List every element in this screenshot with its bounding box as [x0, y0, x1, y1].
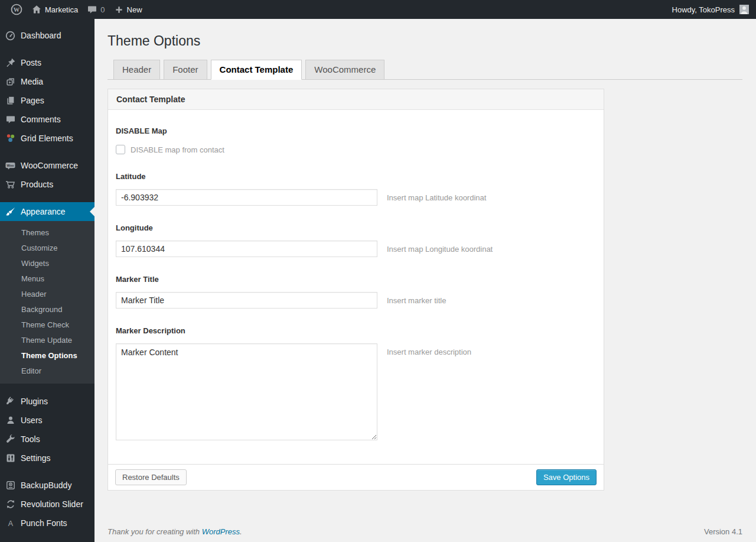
submenu-item-background[interactable]: Background [0, 302, 94, 317]
disable-map-row: DISABLE map from contact [116, 145, 595, 154]
submenu-item-theme-check[interactable]: Theme Check [0, 317, 94, 333]
longitude-label: Longitude [116, 223, 595, 232]
submenu-item-editor[interactable]: Editor [0, 364, 94, 379]
submenu-item-theme-options[interactable]: Theme Options [0, 348, 94, 364]
sidebar-item-users[interactable]: Users [0, 411, 94, 430]
sidebar-item-products[interactable]: Products [0, 175, 94, 194]
grid-elements-icon [0, 134, 21, 143]
sidebar-item-posts[interactable]: Posts [0, 53, 94, 72]
marker-title-row: Insert marker title [116, 292, 595, 309]
submenu-item-widgets[interactable]: Widgets [0, 256, 94, 271]
sidebar-item-backupbuddy[interactable]: BackupBuddy [0, 476, 94, 495]
latitude-row: Insert map Latitude koordinat [116, 189, 595, 206]
svg-text:W: W [14, 7, 20, 13]
disable-map-checkbox-label: DISABLE map from contact [131, 145, 224, 154]
account-menu[interactable]: Howdy, TokoPress [672, 5, 749, 14]
wordpress-logo-icon: W [11, 4, 22, 15]
submenu-item-theme-update[interactable]: Theme Update [0, 333, 94, 348]
wordpress-link[interactable]: WordPress [202, 527, 240, 536]
sidebar-item-plugins[interactable]: Plugins [0, 392, 94, 411]
sidebar-item-grid-elements[interactable]: Grid Elements [0, 129, 94, 148]
user-avatar [739, 5, 749, 14]
disable-map-label: DISABLE Map [116, 126, 595, 135]
backup-icon [0, 481, 21, 490]
marker-title-input[interactable] [116, 292, 377, 309]
wrench-icon [0, 434, 21, 444]
comments-menu[interactable]: 0 [83, 0, 109, 19]
sidebar-item-label: Posts [21, 58, 41, 67]
sidebar-item-punch-fonts[interactable]: A Punch Fonts [0, 514, 94, 533]
sidebar-item-label: Comments [21, 115, 61, 124]
media-icon [0, 77, 21, 86]
latitude-input[interactable] [116, 189, 377, 206]
new-label: New [127, 5, 142, 14]
sidebar-item-label: Plugins [21, 397, 48, 406]
comment-count: 0 [100, 5, 105, 14]
sidebar-item-revolution-slider[interactable]: Revolution Slider [0, 495, 94, 514]
page-footer: Thank you for creating with WordPress. V… [107, 527, 742, 536]
admin-bar: W Marketica 0 New Howdy, TokoPress [0, 0, 756, 19]
submenu-item-customize[interactable]: Customize [0, 241, 94, 256]
woocommerce-icon: Woo [0, 161, 21, 170]
sidebar-item-label: Users [21, 416, 43, 425]
sidebar-item-label: Tools [21, 434, 40, 444]
tab-footer[interactable]: Footer [164, 60, 207, 80]
sidebar-item-label: Revolution Slider [21, 499, 83, 509]
sidebar-item-dashboard[interactable]: Dashboard [0, 26, 94, 45]
appearance-submenu: Themes Customize Widgets Menus Header Ba… [0, 221, 94, 384]
longitude-hint: Insert map Longitude koordinat [387, 245, 493, 254]
tab-woocommerce[interactable]: WooCommerce [305, 60, 384, 80]
pages-icon [0, 96, 21, 105]
tab-header[interactable]: Header [113, 60, 160, 80]
sidebar-item-media[interactable]: Media [0, 72, 94, 91]
submenu-item-header[interactable]: Header [0, 287, 94, 302]
latitude-hint: Insert map Latitude koordinat [387, 193, 486, 202]
sidebar-item-label: Pages [21, 96, 44, 105]
new-content-menu[interactable]: New [110, 0, 147, 19]
main-content: Theme Options Header Footer Contact Temp… [94, 19, 756, 542]
restore-defaults-button[interactable]: Restore Defaults [115, 469, 187, 485]
theme-options-tabs: Header Footer Contact Template WooCommer… [107, 60, 742, 80]
marker-description-label: Marker Description [116, 326, 595, 335]
sidebar-item-pages[interactable]: Pages [0, 91, 94, 110]
sidebar-item-label: Media [21, 77, 43, 86]
sidebar-item-comments[interactable]: Comments [0, 110, 94, 129]
marker-title-label: Marker Title [116, 275, 595, 284]
marker-title-hint: Insert marker title [387, 296, 446, 305]
site-name: Marketica [45, 5, 78, 14]
sidebar-item-label: BackupBuddy [21, 481, 71, 490]
sidebar-item-appearance[interactable]: Appearance [0, 202, 94, 221]
panel-footer: Restore Defaults Save Options [108, 464, 604, 490]
latitude-label: Latitude [116, 172, 595, 181]
save-options-button[interactable]: Save Options [536, 469, 597, 485]
admin-sidebar: Dashboard Posts Media [0, 19, 94, 542]
sidebar-item-settings[interactable]: Settings [0, 449, 94, 468]
dashboard-icon [0, 31, 21, 41]
sidebar-item-label: Settings [21, 453, 51, 463]
user-icon [0, 416, 21, 425]
pushpin-icon [0, 58, 21, 67]
thanks-period: . [240, 527, 242, 536]
comment-icon [0, 115, 21, 124]
contact-template-panel: Contact Template DISABLE Map DISABLE map… [107, 89, 604, 491]
sidebar-item-tools[interactable]: Tools [0, 430, 94, 449]
home-icon [32, 5, 41, 14]
wordpress-logo-menu[interactable]: W [6, 0, 27, 19]
submenu-item-themes[interactable]: Themes [0, 225, 94, 241]
panel-body: DISABLE Map DISABLE map from contact Lat… [108, 110, 604, 464]
footer-thanks-text: Thank you for creating with WordPress. [107, 527, 242, 536]
longitude-input[interactable] [116, 241, 377, 257]
disable-map-checkbox[interactable] [116, 145, 125, 154]
letter-a-icon: A [0, 518, 21, 528]
sidebar-item-label: Appearance [21, 207, 66, 216]
tab-contact-template[interactable]: Contact Template [211, 60, 302, 80]
sidebar-item-label: Grid Elements [21, 134, 73, 143]
plus-icon [115, 5, 123, 14]
site-name-menu[interactable]: Marketica [27, 0, 83, 19]
marker-description-hint: Insert marker description [387, 348, 471, 356]
submenu-item-menus[interactable]: Menus [0, 271, 94, 287]
marker-description-textarea[interactable]: Marker Content [116, 343, 377, 440]
svg-text:Woo: Woo [6, 164, 14, 167]
sidebar-item-woocommerce[interactable]: Woo WooCommerce [0, 156, 94, 175]
refresh-icon [0, 499, 21, 509]
